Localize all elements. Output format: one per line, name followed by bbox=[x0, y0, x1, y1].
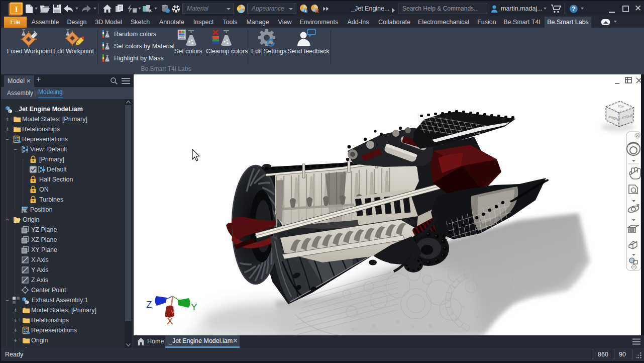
svg-text:X: X bbox=[167, 316, 173, 326]
svg-text:I: I bbox=[15, 5, 18, 14]
svg-text:Z: Z bbox=[146, 299, 152, 310]
svg-text:?: ? bbox=[572, 6, 575, 13]
svg-text:Y: Y bbox=[191, 302, 197, 312]
